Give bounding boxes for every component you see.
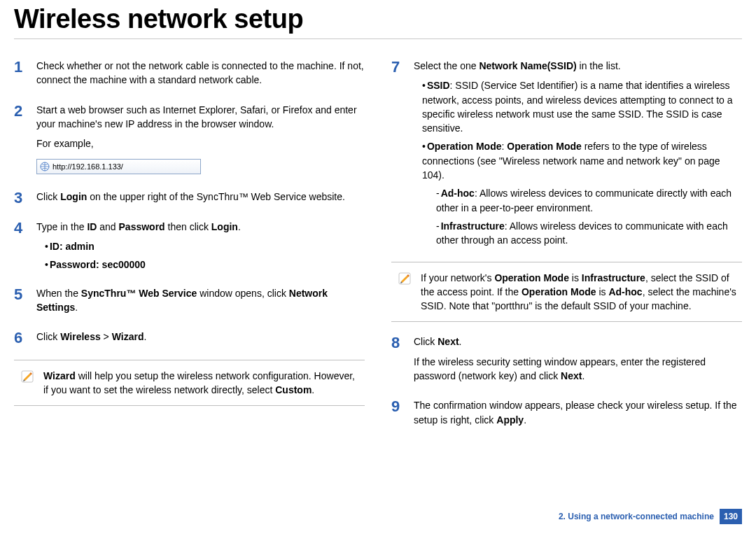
- step-1: 1 Check whether or not the network cable…: [14, 59, 365, 93]
- page-footer: 2. Using a network-connected machine 130: [559, 509, 742, 524]
- step2-text-a: Start a web browser such as Internet Exp…: [36, 103, 365, 132]
- note-operation-mode: If your network's Operation Mode is Infr…: [391, 262, 742, 323]
- step-number: 8: [391, 332, 414, 354]
- step-body: Click Wireless > Wizard.: [36, 330, 365, 349]
- step-number: 1: [14, 56, 36, 78]
- step6-text: Click Wireless > Wizard.: [36, 330, 365, 344]
- step-number: 7: [391, 56, 414, 78]
- step7-text: Select the one Network Name(SSID) in the…: [414, 59, 742, 73]
- step-8: 8 Click Next. If the wireless security s…: [391, 335, 742, 388]
- chapter-label: 2. Using a network-connected machine: [559, 512, 714, 521]
- note-icon: [397, 271, 412, 314]
- step-number: 4: [14, 217, 36, 239]
- note-body: Wizard will help you setup the wireless …: [43, 369, 359, 398]
- step5-text: When the SyncThru™ Web Service window op…: [36, 286, 365, 315]
- step-body: Click Next. If the wireless security set…: [414, 335, 742, 388]
- step-5: 5 When the SyncThru™ Web Service window …: [14, 286, 365, 321]
- step-7: 7 Select the one Network Name(SSID) in t…: [391, 59, 742, 252]
- url-bar-example: http://192.168.1.133/: [36, 159, 201, 174]
- step-body: Check whether or not the network cable i…: [36, 59, 365, 93]
- step-number: 5: [14, 283, 36, 306]
- step-number: 9: [391, 395, 414, 418]
- content-columns: 1 Check whether or not the network cable…: [14, 59, 742, 442]
- ssid-item: SSID: SSID (Service Set Identifier) is a…: [422, 78, 742, 135]
- step3-text: Click Login on the upper right of the Sy…: [36, 190, 365, 204]
- note-wizard: Wizard will help you setup the wireless …: [14, 360, 365, 407]
- step-number: 3: [14, 187, 36, 209]
- step-6: 6 Click Wireless > Wizard.: [14, 330, 365, 349]
- step-body: When the SyncThru™ Web Service window op…: [36, 286, 365, 321]
- page-title: Wireless network setup: [14, 0, 742, 39]
- right-column: 7 Select the one Network Name(SSID) in t…: [391, 59, 742, 442]
- step-body: Click Login on the upper right of the Sy…: [36, 190, 365, 209]
- page-number-badge: 130: [720, 509, 742, 524]
- step-3: 3 Click Login on the upper right of the …: [14, 190, 365, 209]
- step8-text: Click Next.: [414, 335, 742, 349]
- url-text: http://192.168.1.133/: [52, 162, 123, 173]
- step-body: Select the one Network Name(SSID) in the…: [414, 59, 742, 252]
- step-number: 6: [14, 327, 36, 349]
- step7-sublist: SSID: SSID (Service Set Identifier) is a…: [422, 78, 742, 247]
- step-body: Type in the ID and Password then click L…: [36, 220, 365, 276]
- credentials-list: ID: admin Password: sec00000: [45, 239, 365, 272]
- step1-text: Check whether or not the network cable i…: [36, 59, 365, 87]
- note-body: If your network's Operation Mode is Infr…: [421, 271, 736, 314]
- infra-item: Infrastructure: Allows wireless devices …: [436, 219, 742, 248]
- password-line: Password: sec00000: [45, 258, 365, 272]
- step-2: 2 Start a web browser such as Internet E…: [14, 103, 365, 181]
- step9-text: The confirmation window appears, please …: [414, 398, 742, 427]
- step-9: 9 The confirmation window appears, pleas…: [391, 398, 742, 433]
- adhoc-item: Ad-hoc: Allows wireless devices to commu…: [436, 186, 742, 215]
- left-column: 1 Check whether or not the network cable…: [14, 59, 365, 442]
- step-4: 4 Type in the ID and Password then click…: [14, 220, 365, 276]
- opmode-sublist: Ad-hoc: Allows wireless devices to commu…: [436, 186, 742, 247]
- step8-text2: If the wireless security setting window …: [414, 355, 742, 384]
- step-body: The confirmation window appears, please …: [414, 398, 742, 433]
- globe-icon: [40, 162, 50, 171]
- step-body: Start a web browser such as Internet Exp…: [36, 103, 365, 181]
- note-icon: [20, 369, 35, 398]
- step2-text-b: For example,: [36, 136, 365, 150]
- step-number: 2: [14, 100, 36, 122]
- id-line: ID: admin: [45, 239, 365, 253]
- step4-text: Type in the ID and Password then click L…: [36, 220, 365, 234]
- opmode-item: Operation Mode: Operation Mode refers to…: [422, 139, 742, 182]
